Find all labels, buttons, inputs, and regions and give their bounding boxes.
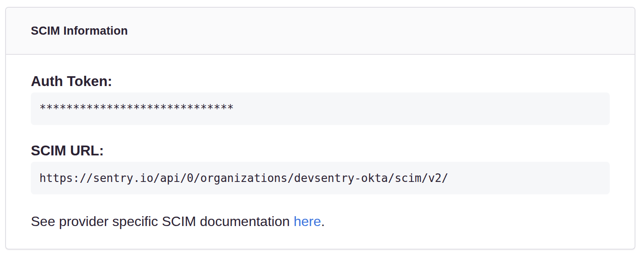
documentation-note: See provider specific SCIM documentation… <box>31 213 610 230</box>
panel-title: SCIM Information <box>31 24 128 38</box>
documentation-note-period: . <box>321 214 325 229</box>
scim-information-panel: SCIM Information Auth Token: ***********… <box>5 7 635 250</box>
auth-token-label: Auth Token: <box>31 73 610 90</box>
scim-url-value: https://sentry.io/api/0/organizations/de… <box>31 162 610 194</box>
auth-token-value: ***************************** <box>31 92 610 125</box>
panel-body: Auth Token: ****************************… <box>6 55 635 250</box>
documentation-link[interactable]: here <box>294 214 321 229</box>
documentation-note-text: See provider specific SCIM documentation <box>31 214 294 229</box>
scim-url-field: SCIM URL: https://sentry.io/api/0/organi… <box>31 142 610 194</box>
panel-header: SCIM Information <box>6 8 635 55</box>
auth-token-field: Auth Token: ****************************… <box>31 73 610 125</box>
scim-url-label: SCIM URL: <box>31 142 610 159</box>
